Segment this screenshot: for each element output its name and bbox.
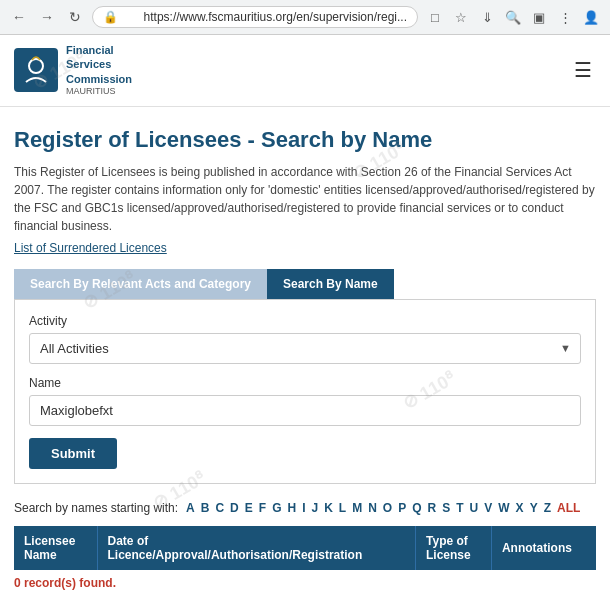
col-date: Date ofLicence/Approval/Authorisation/Re…: [97, 526, 416, 570]
alphabet-label: Search by names starting with:: [14, 501, 178, 515]
logo-icon: [14, 48, 58, 92]
submit-button[interactable]: Submit: [29, 438, 117, 469]
alpha-r[interactable]: R: [426, 500, 439, 516]
alpha-y[interactable]: Y: [528, 500, 540, 516]
alpha-z[interactable]: Z: [542, 500, 553, 516]
tab-bar: Search By Relevant Acts and Category Sea…: [14, 269, 596, 299]
alpha-w[interactable]: W: [496, 500, 511, 516]
name-label: Name: [29, 376, 581, 390]
extensions-icon[interactable]: □: [424, 6, 446, 28]
col-type: Type ofLicense: [416, 526, 492, 570]
alpha-a[interactable]: A: [184, 500, 197, 516]
activity-label: Activity: [29, 314, 581, 328]
alpha-m[interactable]: M: [350, 500, 364, 516]
alpha-h[interactable]: H: [285, 500, 298, 516]
alpha-e[interactable]: E: [243, 500, 255, 516]
page-title: Register of Licensees - Search by Name: [14, 127, 596, 153]
alpha-j[interactable]: J: [309, 500, 320, 516]
alpha-s[interactable]: S: [440, 500, 452, 516]
svg-rect-0: [16, 50, 56, 90]
address-bar[interactable]: 🔒 https://www.fscmauritius.org/en/superv…: [92, 6, 418, 28]
alpha-i[interactable]: I: [300, 500, 307, 516]
lock-icon: 🔒: [103, 10, 138, 24]
alpha-v[interactable]: V: [482, 500, 494, 516]
page-description: This Register of Licensees is being publ…: [14, 163, 596, 235]
browser-toolbar: □ ☆ ⇓ 🔍 ▣ ⋮ 👤: [424, 6, 602, 28]
menu-icon[interactable]: ⋮: [554, 6, 576, 28]
alpha-u[interactable]: U: [468, 500, 481, 516]
table-header-row: LicenseeName Date ofLicence/Approval/Aut…: [14, 526, 596, 570]
account-icon[interactable]: 👤: [580, 6, 602, 28]
alpha-t[interactable]: T: [454, 500, 465, 516]
col-licensee-name: LicenseeName: [14, 526, 97, 570]
alpha-b[interactable]: B: [199, 500, 212, 516]
logo-area: Financial Services Commission MAURITIUS: [14, 43, 132, 98]
col-annotations: Annotations: [491, 526, 596, 570]
results-table: LicenseeName Date ofLicence/Approval/Aut…: [14, 526, 596, 570]
main-content: Register of Licensees - Search by Name T…: [0, 107, 610, 604]
alpha-g[interactable]: G: [270, 500, 283, 516]
alpha-q[interactable]: Q: [410, 500, 423, 516]
alpha-all[interactable]: ALL: [555, 500, 582, 516]
alpha-l[interactable]: L: [337, 500, 348, 516]
alpha-o[interactable]: O: [381, 500, 394, 516]
alphabet-search: Search by names starting with: A B C D E…: [14, 500, 596, 516]
alpha-d[interactable]: D: [228, 500, 241, 516]
extensions2-icon[interactable]: ▣: [528, 6, 550, 28]
tab-search-by-name[interactable]: Search By Name: [267, 269, 394, 299]
records-found: 0 record(s) found.: [14, 576, 596, 590]
results-table-header: LicenseeName Date ofLicence/Approval/Aut…: [14, 526, 596, 570]
site-header: Financial Services Commission MAURITIUS …: [0, 35, 610, 107]
back-button[interactable]: ←: [8, 6, 30, 28]
bookmark-icon[interactable]: ☆: [450, 6, 472, 28]
hamburger-menu[interactable]: ☰: [570, 54, 596, 86]
alpha-f[interactable]: F: [257, 500, 268, 516]
search-panel: Activity All Activities ▼ Name Submit: [14, 299, 596, 484]
browser-chrome: ← → ↻ 🔒 https://www.fscmauritius.org/en/…: [0, 0, 610, 35]
alpha-x[interactable]: X: [514, 500, 526, 516]
alpha-c[interactable]: C: [213, 500, 226, 516]
search-icon[interactable]: 🔍: [502, 6, 524, 28]
activity-select-wrapper: All Activities ▼: [29, 333, 581, 364]
tab-relevant-acts[interactable]: Search By Relevant Acts and Category: [14, 269, 267, 299]
name-input[interactable]: [29, 395, 581, 426]
logo-text: Financial Services Commission MAURITIUS: [66, 43, 132, 98]
save-icon[interactable]: ⇓: [476, 6, 498, 28]
reload-button[interactable]: ↻: [64, 6, 86, 28]
alpha-n[interactable]: N: [366, 500, 379, 516]
alpha-k[interactable]: K: [322, 500, 335, 516]
alpha-p[interactable]: P: [396, 500, 408, 516]
forward-button[interactable]: →: [36, 6, 58, 28]
activity-select[interactable]: All Activities: [29, 333, 581, 364]
url-text: https://www.fscmauritius.org/en/supervis…: [144, 10, 407, 24]
surrendered-link[interactable]: List of Surrendered Licences: [14, 241, 596, 255]
